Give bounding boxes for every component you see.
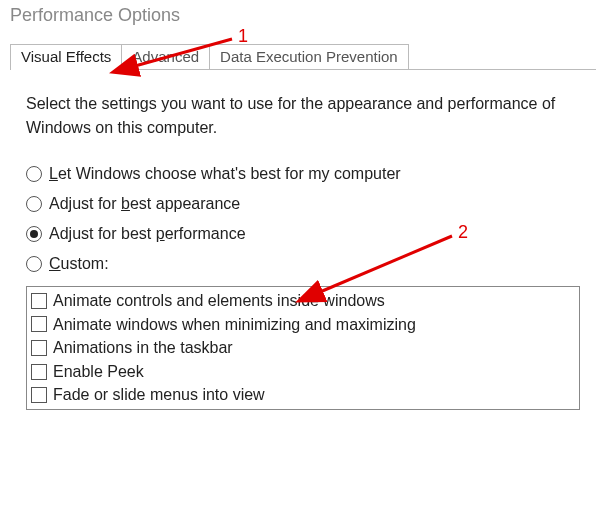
check-animate-windows[interactable]: Animate windows when minimizing and maxi… (31, 313, 575, 337)
check-label: Animate windows when minimizing and maxi… (53, 314, 416, 336)
check-label: Animate controls and elements inside win… (53, 290, 385, 312)
tab-panel-visual-effects: Select the settings you want to use for … (10, 69, 596, 410)
tab-advanced[interactable]: Advanced (121, 44, 210, 69)
radio-best-performance[interactable]: Adjust for best performance (26, 226, 580, 242)
checkbox-icon (31, 340, 47, 356)
checkbox-icon (31, 316, 47, 332)
radio-label: Adjust for best appearance (49, 196, 240, 212)
radio-icon (26, 226, 42, 242)
checkbox-icon (31, 387, 47, 403)
radio-icon (26, 196, 42, 212)
radio-label: Let Windows choose what's best for my co… (49, 166, 401, 182)
radio-icon (26, 256, 42, 272)
intro-text: Select the settings you want to use for … (26, 92, 580, 140)
checkbox-icon (31, 293, 47, 309)
check-animate-controls[interactable]: Animate controls and elements inside win… (31, 289, 575, 313)
checkbox-icon (31, 364, 47, 380)
radio-custom[interactable]: Custom: (26, 256, 580, 272)
radio-icon (26, 166, 42, 182)
radio-best-appearance[interactable]: Adjust for best appearance (26, 196, 580, 212)
check-animations-taskbar[interactable]: Animations in the taskbar (31, 336, 575, 360)
visual-effects-list[interactable]: Animate controls and elements inside win… (26, 286, 580, 410)
tab-strip: Visual Effects Advanced Data Execution P… (10, 41, 600, 69)
check-fade-menus[interactable]: Fade or slide menus into view (31, 383, 575, 407)
tab-dep[interactable]: Data Execution Prevention (209, 44, 409, 69)
radio-let-windows-choose[interactable]: Let Windows choose what's best for my co… (26, 166, 580, 182)
check-label: Fade or slide menus into view (53, 384, 265, 406)
radio-label: Adjust for best performance (49, 226, 246, 242)
tab-visual-effects[interactable]: Visual Effects (10, 44, 122, 69)
window-title: Performance Options (0, 0, 600, 31)
radio-label: Custom: (49, 256, 109, 272)
check-enable-peek[interactable]: Enable Peek (31, 360, 575, 384)
check-label: Enable Peek (53, 361, 144, 383)
check-label: Animations in the taskbar (53, 337, 233, 359)
